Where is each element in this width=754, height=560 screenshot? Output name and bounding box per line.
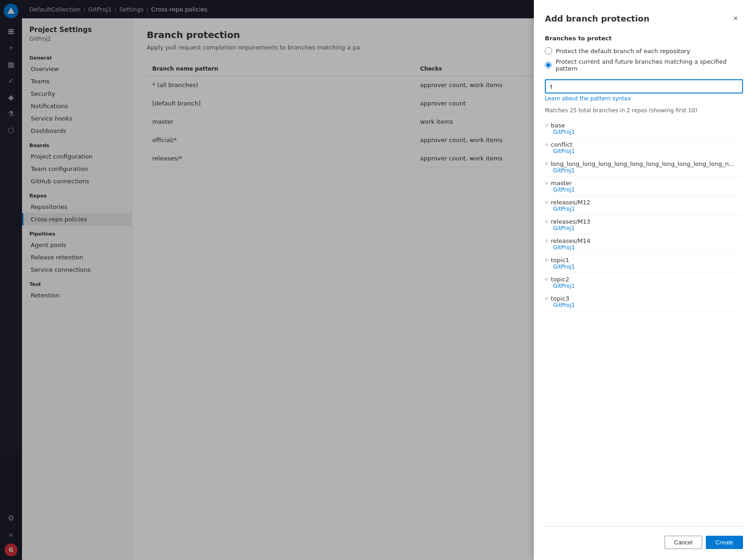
modal-overlay: Add branch protection × Branches to prot…: [0, 0, 754, 560]
radio-option-default[interactable]: Protect the default branch of each repos…: [545, 47, 743, 55]
branch-icon: ⑂: [545, 199, 548, 206]
branch-name: conflict: [551, 141, 572, 148]
branch-icon: ⑂: [545, 257, 548, 264]
branch-icon: ⑂: [545, 161, 548, 167]
branch-name: topic2: [551, 276, 569, 283]
branch-icon: ⑂: [545, 180, 548, 187]
branch-name: base: [551, 122, 565, 129]
branch-name-row: ⑂ conflict: [545, 141, 743, 148]
branch-list-item: ⑂ master GitProj1: [545, 177, 743, 196]
branch-name-row: ⑂ base: [545, 122, 743, 129]
branch-list-item: ⑂ releases/M14 GitProj1: [545, 235, 743, 254]
branch-list-item: ⑂ base GitProj1: [545, 119, 743, 138]
branch-repo: GitProj1: [553, 283, 743, 289]
branch-name: releases/M14: [551, 237, 590, 244]
branch-name-row: ⑂ releases/M14: [545, 237, 743, 244]
radio-default-branch[interactable]: [545, 47, 552, 55]
create-button[interactable]: Create: [706, 536, 743, 549]
branch-list-item: ⑂ topic3 GitProj1: [545, 292, 743, 312]
branch-icon: ⑂: [545, 219, 548, 225]
branch-repo: GitProj1: [553, 225, 743, 231]
modal-footer: Cancel Create: [545, 526, 743, 549]
modal-close-button[interactable]: ×: [728, 11, 743, 26]
branch-list-item: ⑂ releases/M13 GitProj1: [545, 215, 743, 235]
branch-repo: GitProj1: [553, 187, 743, 193]
branch-name: releases/M13: [551, 218, 590, 225]
branch-name: releases/M12: [551, 199, 590, 206]
branch-icon: ⑂: [545, 276, 548, 283]
branch-list-item: ⑂ topic1 GitProj1: [545, 254, 743, 273]
branch-name: topic3: [551, 295, 569, 302]
radio-group: Protect the default branch of each repos…: [545, 47, 743, 72]
branch-name-row: ⑂ releases/M12: [545, 199, 743, 206]
branch-name-row: ⑂ master: [545, 180, 743, 187]
cancel-button[interactable]: Cancel: [665, 536, 702, 549]
branch-list-item: ⑂ conflict GitProj1: [545, 138, 743, 158]
modal-title: Add branch protection: [545, 14, 649, 23]
branch-icon: ⑂: [545, 238, 548, 244]
branch-repo: GitProj1: [553, 148, 743, 154]
branch-icon: ⑂: [545, 296, 548, 302]
branch-icon: ⑂: [545, 122, 548, 129]
modal-panel: Add branch protection × Branches to prot…: [534, 0, 754, 560]
branch-name-row: ⑂ long_long_long_long_long_long_long_lon…: [545, 160, 743, 167]
radio-option2-label: Protect current and future branches matc…: [555, 58, 743, 72]
branch-name: topic1: [551, 257, 569, 264]
branch-repo: GitProj1: [553, 244, 743, 251]
branch-repo: GitProj1: [553, 302, 743, 308]
branch-name-row: ⑂ topic3: [545, 295, 743, 302]
branch-repo: GitProj1: [553, 167, 743, 174]
branch-icon: ⑂: [545, 142, 548, 148]
branch-name: long_long_long_long_long_long_long_long_…: [551, 160, 735, 167]
branch-list-item: ⑂ releases/M12 GitProj1: [545, 196, 743, 215]
radio-pattern-branch[interactable]: [545, 61, 552, 69]
branch-list-item: ⑂ long_long_long_long_long_long_long_lon…: [545, 158, 743, 177]
pattern-input[interactable]: [545, 79, 743, 93]
radio-option1-label: Protect the default branch of each repos…: [556, 48, 690, 55]
branch-name-row: ⑂ topic2: [545, 276, 743, 283]
pattern-hint-link[interactable]: Learn about the pattern syntax: [545, 95, 743, 102]
modal-header: Add branch protection ×: [545, 11, 743, 26]
branch-name: master: [551, 180, 572, 187]
branch-name-row: ⑂ topic1: [545, 257, 743, 264]
match-info: Matches 25 total branches in 2 repos (sh…: [545, 107, 743, 114]
branch-repo: GitProj1: [553, 206, 743, 212]
branch-repo: GitProj1: [553, 129, 743, 135]
modal-section-label: Branches to protect: [545, 35, 743, 42]
branch-list-item: ⑂ topic2 GitProj1: [545, 273, 743, 292]
branch-name-row: ⑂ releases/M13: [545, 218, 743, 225]
branch-repo: GitProj1: [553, 264, 743, 270]
radio-option-pattern[interactable]: Protect current and future branches matc…: [545, 58, 743, 72]
branch-list: ⑂ base GitProj1 ⑂ conflict GitProj1 ⑂ lo…: [545, 119, 743, 312]
